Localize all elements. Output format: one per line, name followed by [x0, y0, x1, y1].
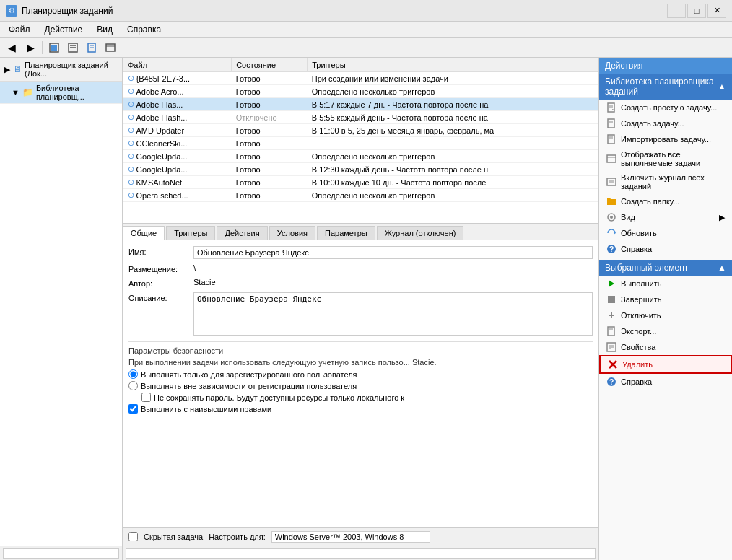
task-status-cell: Готово — [232, 189, 308, 202]
table-row[interactable]: ⊙CCleanerSki...Готово — [123, 137, 598, 150]
selected-action-item[interactable]: Выполнить — [599, 276, 732, 292]
selected-header[interactable]: Выбранный элемент ▲ — [599, 260, 732, 276]
task-status-cell: Готово — [232, 176, 308, 189]
tree-child[interactable]: ▼ 📁 Библиотека планировщ... — [0, 82, 122, 103]
task-name-cell: ⊙CCleanerSki... — [123, 137, 232, 150]
library-action-item[interactable]: Отображать все выполняемые задачи — [599, 147, 732, 170]
radio-registered[interactable] — [128, 369, 138, 379]
selected-action-item[interactable]: Экспорт... — [599, 323, 732, 339]
table-row[interactable]: ⊙Adobe Flash...ОтключеноВ 5:55 каждый де… — [123, 111, 598, 124]
table-row[interactable]: ⊙GoogleUpda...ГотовоОпределено несколько… — [123, 150, 598, 163]
action-icon — [606, 342, 616, 352]
hidden-task-checkbox[interactable] — [128, 532, 138, 541]
task-table: Файл Состояние Триггеры ⊙{B485F2E7-3...Г… — [123, 58, 598, 224]
checkbox-no-password-label: Не сохранять пароль. Будут доступны ресу… — [154, 393, 404, 402]
maximize-button[interactable]: □ — [687, 4, 706, 18]
delete-action-item[interactable]: Удалить — [599, 355, 732, 374]
location-value: \ — [193, 263, 593, 272]
selected-actions: ВыполнитьЗавершитьОтключитьЭкспорт...Сво… — [599, 276, 732, 390]
action-icon — [606, 196, 616, 206]
left-panel: ▶ 🖥 Планировщик заданий (Лок... ▼ 📁 Библ… — [0, 58, 123, 560]
task-status-cell: Готово — [232, 72, 308, 85]
library-action-item[interactable]: Создать папку... — [599, 193, 732, 209]
toolbar-btn1[interactable] — [45, 40, 63, 56]
tab-conditions[interactable]: Условия — [269, 226, 315, 240]
selected-header-label: Выбранный элемент — [605, 263, 688, 273]
tab-triggers[interactable]: Триггеры — [166, 226, 215, 240]
selected-action-item[interactable]: Отключить — [599, 307, 732, 323]
library-header-arrow: ▲ — [718, 82, 726, 92]
selected-action-item[interactable]: Свойства — [599, 339, 732, 355]
task-status-cell: Готово — [232, 85, 308, 98]
task-status-cell: Готово — [232, 124, 308, 137]
table-row[interactable]: ⊙Opera sched...ГотовоОпределено нескольк… — [123, 189, 598, 202]
table-row[interactable]: ⊙Adobe Flas...ГотовоВ 5:17 каждые 7 дн. … — [123, 98, 598, 111]
toolbar-btn4[interactable] — [102, 40, 119, 56]
security-text: При выполнении задачи использовать следу… — [128, 358, 593, 367]
svg-text:?: ? — [609, 245, 614, 253]
tree-root-label: Планировщик заданий (Лок... — [25, 61, 118, 78]
selected-action-item[interactable]: ?Справка — [599, 374, 732, 390]
table-row[interactable]: ⊙AMD UpdaterГотовоВ 11:00 в 5, 25 день м… — [123, 124, 598, 137]
task-trigger-cell: В 5:17 каждые 7 дн. - Частота повтора по… — [308, 98, 598, 111]
configure-input[interactable] — [271, 531, 430, 543]
library-action-item[interactable]: Создать задачу... — [599, 115, 732, 131]
radio-unregistered[interactable] — [128, 381, 138, 390]
table-row[interactable]: ⊙KMSAutoNetГотовоВ 10:00 каждые 10 дн. -… — [123, 176, 598, 189]
checkbox-highest-rights[interactable] — [128, 404, 138, 414]
task-name-cell: ⊙Opera sched... — [123, 189, 232, 202]
toolbar-btn3[interactable] — [83, 40, 100, 56]
menu-action[interactable]: Действие — [39, 23, 89, 36]
toolbar-btn2[interactable] — [64, 40, 82, 56]
menu-view[interactable]: Вид — [91, 23, 118, 36]
svg-rect-17 — [608, 135, 614, 144]
task-status-cell: Готово — [232, 98, 308, 111]
action-label: Удалить — [622, 360, 653, 369]
task-status-cell: Готово — [232, 150, 308, 163]
action-label: Экспорт... — [621, 327, 656, 336]
toolbar-forward[interactable]: ▶ — [22, 40, 39, 56]
svg-text:?: ? — [609, 377, 614, 386]
library-action-item[interactable]: Обновить — [599, 225, 732, 241]
library-action-item[interactable]: Вид▶ — [599, 209, 732, 225]
checkbox-no-password[interactable] — [141, 393, 151, 402]
tab-general[interactable]: Общие — [123, 226, 165, 240]
action-label: Создать папку... — [621, 197, 679, 206]
library-header[interactable]: Библиотека планировщика заданий ▲ — [599, 74, 732, 100]
name-input[interactable] — [193, 246, 593, 259]
action-label: Вид — [621, 213, 635, 222]
menu-file[interactable]: Файл — [3, 23, 36, 36]
desc-input[interactable]: Обновление Браузера Яндекс — [193, 292, 593, 336]
col-status[interactable]: Состояние — [232, 58, 308, 72]
svg-rect-14 — [608, 119, 614, 128]
submenu-arrow-icon: ▶ — [719, 213, 725, 222]
tab-parameters[interactable]: Параметры — [317, 226, 375, 240]
library-action-item[interactable]: Включить журнал всех заданий — [599, 170, 732, 193]
tab-journal[interactable]: Журнал (отключен) — [377, 226, 464, 240]
menu-help[interactable]: Справка — [121, 23, 167, 36]
selected-action-item[interactable]: Завершить — [599, 292, 732, 307]
task-trigger-cell: В 12:30 каждый день - Частота повтора по… — [308, 163, 598, 176]
library-action-item[interactable]: Импортировать задачу... — [599, 131, 732, 147]
library-action-item[interactable]: Создать простую задачу... — [599, 100, 732, 115]
table-row[interactable]: ⊙{B485F2E7-3...ГотовоПри создании или из… — [123, 72, 598, 85]
table-row[interactable]: ⊙Adobe Acro...ГотовоОпределено несколько… — [123, 85, 598, 98]
toolbar: ◀ ▶ — [0, 38, 732, 58]
library-action-item[interactable]: ?Справка — [599, 241, 732, 257]
tab-actions[interactable]: Действия — [217, 226, 267, 240]
minimize-button[interactable]: — — [667, 4, 686, 18]
toolbar-back[interactable]: ◀ — [3, 40, 20, 56]
configure-label: Настроить для: — [209, 533, 266, 541]
tree-root[interactable]: ▶ 🖥 Планировщик заданий (Лок... — [0, 58, 122, 82]
col-file[interactable]: Файл — [123, 58, 232, 72]
task-trigger-cell: В 11:00 в 5, 25 день месяца январь, февр… — [308, 124, 598, 137]
title-bar: ⚙ Планировщик заданий — □ ✕ — [0, 0, 732, 22]
table-row[interactable]: ⊙GoogleUpda...ГотовоВ 12:30 каждый день … — [123, 163, 598, 176]
close-button[interactable]: ✕ — [707, 4, 726, 18]
center-panel: Файл Состояние Триггеры ⊙{B485F2E7-3...Г… — [123, 58, 598, 560]
task-status-cell: Отключено — [232, 111, 308, 124]
detail-tabs: Общие Триггеры Действия Условия Параметр… — [123, 224, 598, 240]
action-icon: ? — [606, 377, 616, 387]
col-triggers[interactable]: Триггеры — [308, 58, 598, 72]
action-label: Обновить — [621, 229, 657, 237]
